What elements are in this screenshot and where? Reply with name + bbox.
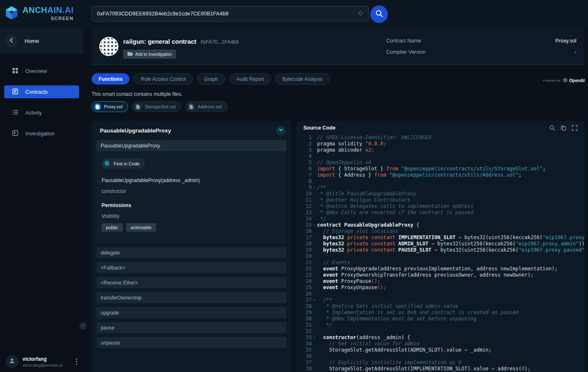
home-label: Home [25,38,39,44]
tab-graph[interactable]: Graph [197,73,225,85]
code-text: /** [317,297,585,303]
tab-audit-report[interactable]: Audit Report [229,73,271,85]
brand[interactable]: ANCHAIN.AI SCREEN [4,5,74,22]
file-tab-storageslot-sol[interactable]: StorageSlot.sol [132,101,181,112]
fold-spacer [312,285,317,291]
function-item-upgrade[interactable]: upgrade [97,307,286,318]
search-input[interactable] [97,11,355,17]
sidebar-item-overview[interactable]: Overview [4,65,79,77]
search-button[interactable] [370,5,388,23]
tab-functions[interactable]: Functions [92,73,129,85]
file-tab-address-sol[interactable]: Address.sol [185,101,227,112]
visibility-badges: public actionable [102,223,281,232]
code-text: /** [317,185,585,191]
code-lines[interactable]: 1// SPDX-License-Identifier: UNLICENSED2… [296,135,585,372]
line-number: 7 [296,172,312,178]
code-line: 34 // Set initial value for admin [296,341,585,347]
fold-toggle-icon[interactable]: ▾ [312,297,317,303]
code-search-icon[interactable] [549,125,555,131]
functions-panel: PausableUpgradableProxy PausableUpgradab… [92,121,291,372]
kebab-menu-icon[interactable] [76,358,77,365]
line-number: 25 [296,285,312,291]
line-number: 33 [296,335,312,341]
fold-spacer [312,241,317,247]
fold-toggle-icon[interactable]: ▾ [312,185,317,191]
collapse-panel-button[interactable] [276,126,285,135]
add-to-investigation-button[interactable]: Add to Investigation [123,50,176,59]
line-number: 11 [296,197,312,203]
line-number: 13 [296,210,312,216]
nav-label: Contracts [25,89,48,95]
function-item-pausableupgradableproxy[interactable]: PausableUpgradableProxy [97,140,286,151]
code-text: // Storage slot locations [317,228,585,235]
contracts-document-icon [12,88,18,96]
fold-spacer [312,316,317,322]
sidebar-collapse-button[interactable]: ‹ [79,322,87,330]
line-number: 21 [296,260,312,266]
function-detail: Find in Code PausableUpgradableProxy(add… [97,151,286,243]
function-item-delegate[interactable]: delegate [97,247,286,258]
code-text: bytes32 private constant IMPLEMENTATION_… [317,235,585,241]
code-line: 37 // Explicitly initialize implementati… [296,360,585,366]
code-text: import { StorageSlot } from "@openzeppel… [317,166,585,172]
function-item-fallback[interactable]: <Fallback> [97,262,286,273]
fold-spacer [312,166,317,172]
tab-bytecode-analysis[interactable]: Bytecode Analysis [275,73,330,85]
functions-list: PausableUpgradableProxy Find in Code Pau [92,140,291,348]
code-line: 16 // Storage slot locations [296,228,585,235]
permissions-label: Permissions [102,202,281,208]
tab-role-access-control[interactable]: Role Access Control [134,73,193,85]
code-text: // Set initial value for admin [317,341,585,347]
fold-spacer [312,216,317,222]
code-text: * @notice Delegates calls to implementat… [317,203,585,210]
function-item-receive-ether[interactable]: <Receive Ether> [97,277,286,288]
fold-spacer [312,141,317,147]
line-number: 5 [296,160,312,166]
find-in-code-button[interactable]: Find in Code [102,158,145,169]
fold-toggle-icon[interactable]: ▾ [312,222,317,228]
meta-row-compiler-version: Compiler Version - [386,49,576,55]
code-line: 13 * @dev Calls are reverted if the cont… [296,210,585,216]
diamond-icon[interactable] [358,10,363,17]
code-line: 36 [296,353,585,360]
functions-panel-title: PausableUpgradableProxy [100,127,171,134]
back-button[interactable] [5,35,17,47]
tabs: Functions Role Access Control Graph Audi… [92,73,330,85]
fold-toggle-icon[interactable]: ▾ [312,335,317,341]
code-line: 25 event ProxyUnpause(); [296,285,585,291]
sidebar-item-contracts[interactable]: Contracts [4,85,79,98]
contract-address: 0xFA70...1FA4b9 [201,39,239,45]
copy-icon[interactable] [561,125,566,131]
function-item-unpause[interactable]: unpause [97,337,286,348]
fold-spacer [312,147,317,153]
code-line: 3pragma abicoder v2; [296,147,585,153]
function-item-transferownership[interactable]: transferOwnership [97,292,286,303]
visibility-label: Visibility [102,213,281,219]
avatar [6,355,18,368]
function-item-pause[interactable]: pause [97,322,286,333]
code-text: pragma abicoder v2; [317,147,585,153]
file-tab-proxy-sol[interactable]: Proxy.sol [92,101,128,112]
sidebar-item-investigation[interactable]: Investigation [4,127,79,140]
sidebar-item-home[interactable]: Home [0,28,83,54]
fold-spacer [312,291,317,297]
code-line: 35 StorageSlot.getAddressSlot(ADMIN_SLOT… [296,347,585,353]
sidebar-item-activity[interactable]: Activity [4,106,79,119]
file-icon [134,103,141,110]
fullscreen-icon[interactable] [572,125,578,131]
code-text: event ProxyUpgrade(address previousImple… [317,266,585,272]
code-text: bytes32 private constant ADMIN_SLOT = by… [317,241,585,247]
meta-row-contract-name: Contract Name Proxy.sol [386,38,576,44]
function-signature: PausableUpgradableProxy(address _admin) [102,177,281,183]
fold-spacer [312,278,317,285]
code-text: StorageSlot.getAddressSlot(ADMIN_SLOT).v… [317,347,585,353]
user-profile[interactable]: victorfang victor.fang@anchain.ai [0,355,83,368]
code-text: event ProxyOwnershipTransfer(address pre… [317,272,585,278]
code-line: 5// OpenZeppelin v4 [296,160,585,166]
fold-spacer [312,235,317,241]
line-number: 1 [296,135,312,141]
code-text: * @dev Calls are reverted if the contrac… [317,210,585,216]
code-text: contract PausableUpgradableProxy { [317,222,585,228]
activity-list-icon [12,109,18,117]
file-tab-label: Address.sol [198,104,221,109]
